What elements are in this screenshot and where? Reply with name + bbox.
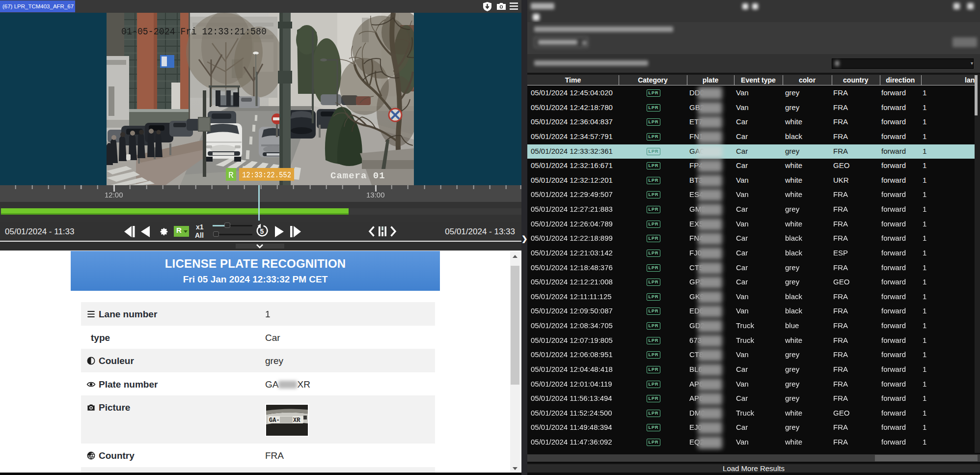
svg-text:Camera 01: Camera 01: [330, 170, 385, 181]
svg-text:GA-: GA-: [269, 417, 280, 424]
svg-text:R: R: [228, 170, 234, 180]
svg-text:01-05-2024 Fri 12:33:21:580: 01-05-2024 Fri 12:33:21:580: [121, 26, 267, 37]
svg-text:5: 5: [260, 227, 264, 235]
svg-text:XR: XR: [293, 417, 300, 424]
svg-text:12:33:22.552: 12:33:22.552: [242, 170, 291, 180]
